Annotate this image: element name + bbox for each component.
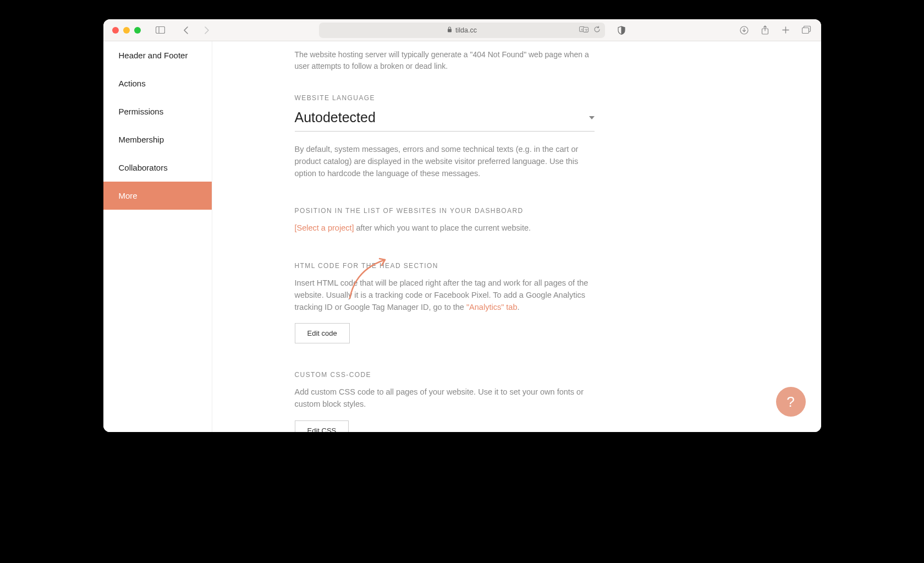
head-desc-pre: Insert HTML code that will be placed rig… <box>295 278 588 311</box>
traffic-lights <box>112 27 141 34</box>
sidebar-item-label: Collaborators <box>119 163 168 172</box>
css-code-section: CUSTOM CSS-CODE Add custom CSS code to a… <box>295 371 595 432</box>
tabs-icon[interactable] <box>801 25 812 36</box>
analytics-tab-link[interactable]: "Analytics" tab <box>466 303 518 311</box>
language-value: Autodetected <box>295 110 376 125</box>
browser-window: tilda.cc A文 <box>103 19 821 432</box>
url-text: tilda.cc <box>455 26 477 34</box>
back-button[interactable] <box>180 25 191 36</box>
head-desc-post: . <box>517 303 519 311</box>
position-text: [Select a project] after which you want … <box>295 222 595 234</box>
language-description: By default, system messages, errors and … <box>295 144 595 179</box>
edit-css-button[interactable]: Edit CSS <box>295 420 349 432</box>
sidebar-item-label: Membership <box>119 135 164 144</box>
settings-main: The website hosting server will typicall… <box>212 41 821 432</box>
edit-code-button[interactable]: Edit code <box>295 323 350 343</box>
svg-rect-10 <box>802 28 809 34</box>
sidebar-item-membership[interactable]: Membership <box>103 125 212 154</box>
settings-sidebar: Header and Footer Actions Permissions Me… <box>103 41 212 432</box>
position-section: POSITION IN THE LIST OF WEBSITES IN YOUR… <box>295 207 595 234</box>
titlebar: tilda.cc A文 <box>103 19 821 41</box>
head-code-section: HTML CODE FOR THE HEAD SECTION Insert HT… <box>295 262 595 343</box>
privacy-shield-icon[interactable] <box>616 25 627 36</box>
svg-rect-2 <box>448 29 452 32</box>
head-code-description: Insert HTML code that will be placed rig… <box>295 277 595 313</box>
head-code-label: HTML CODE FOR THE HEAD SECTION <box>295 262 595 270</box>
button-label: Edit CSS <box>307 427 337 432</box>
chevron-down-icon <box>589 116 595 119</box>
minimize-window-button[interactable] <box>123 27 130 34</box>
maximize-window-button[interactable] <box>134 27 141 34</box>
select-project-link[interactable]: [Select a project] <box>295 223 354 232</box>
css-code-label: CUSTOM CSS-CODE <box>295 371 595 379</box>
sidebar-toggle-icon[interactable] <box>155 25 166 36</box>
sidebar-item-more[interactable]: More <box>103 182 212 210</box>
svg-rect-0 <box>156 27 165 34</box>
sidebar-item-header-footer[interactable]: Header and Footer <box>103 41 212 69</box>
downloads-icon[interactable] <box>739 25 750 36</box>
reload-icon[interactable] <box>593 26 601 35</box>
sidebar-item-label: More <box>119 191 138 200</box>
forward-button[interactable] <box>201 25 212 36</box>
sidebar-item-label: Actions <box>119 79 146 88</box>
translate-icon[interactable]: A文 <box>579 26 589 35</box>
language-select[interactable]: Autodetected <box>295 110 595 132</box>
close-window-button[interactable] <box>112 27 119 34</box>
button-label: Edit code <box>307 329 337 337</box>
position-label: POSITION IN THE LIST OF WEBSITES IN YOUR… <box>295 207 595 215</box>
address-bar[interactable]: tilda.cc A文 <box>319 23 605 38</box>
language-section: WEBSITE LANGUAGE Autodetected By default… <box>295 94 595 179</box>
share-icon[interactable] <box>760 25 771 36</box>
css-code-description: Add custom CSS code to all pages of your… <box>295 386 595 411</box>
sidebar-item-actions[interactable]: Actions <box>103 69 212 97</box>
help-icon: ? <box>787 393 794 411</box>
svg-text:A: A <box>581 28 583 31</box>
help-button[interactable]: ? <box>776 387 806 417</box>
page-content: Header and Footer Actions Permissions Me… <box>103 41 821 432</box>
nav-arrows <box>180 25 212 36</box>
not-found-description: The website hosting server will typicall… <box>295 49 595 72</box>
new-tab-icon[interactable] <box>780 25 791 36</box>
position-rest: after which you want to place the curren… <box>354 223 531 232</box>
svg-text:文: 文 <box>585 28 588 31</box>
sidebar-item-permissions[interactable]: Permissions <box>103 97 212 125</box>
sidebar-item-label: Permissions <box>119 107 164 116</box>
sidebar-item-collaborators[interactable]: Collaborators <box>103 154 212 182</box>
language-label: WEBSITE LANGUAGE <box>295 94 595 102</box>
sidebar-item-label: Header and Footer <box>119 51 188 60</box>
lock-icon <box>447 26 452 34</box>
toolbar-right <box>739 25 812 36</box>
